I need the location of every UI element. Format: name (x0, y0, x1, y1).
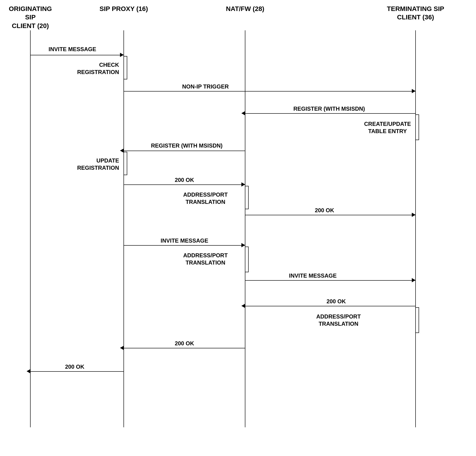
arrowhead-register2 (120, 148, 124, 153)
entity-sip-proxy: SIP PROXY (16) (96, 5, 152, 13)
bracket-update-reg (124, 152, 127, 175)
label-invite1: INVITE MESSAGE (40, 45, 105, 53)
label-200ok4: 200 OK (152, 340, 217, 347)
label-register2: REGISTER (WITH MSISDN) (126, 142, 247, 149)
arrowhead-register1 (241, 111, 245, 115)
arrow-register1 (245, 113, 416, 114)
lifeline-originating (30, 30, 31, 427)
arrow-200ok5 (30, 371, 124, 372)
label-check-reg: CHECKREGISTRATION (63, 61, 119, 76)
bracket-check-reg (124, 56, 127, 79)
arrowhead-invite1 (120, 53, 124, 57)
bracket-addr-port3 (416, 307, 419, 333)
label-update-reg: UPDATEREGISTRATION (63, 157, 119, 171)
arrowhead-200ok3 (241, 304, 245, 308)
label-invite2: INVITE MESSAGE (140, 237, 229, 244)
label-200ok2: 200 OK (292, 207, 357, 214)
arrowhead-200ok5 (27, 369, 30, 373)
arrow-200ok3 (245, 306, 416, 306)
label-200ok3: 200 OK (304, 298, 369, 305)
entity-terminating: TERMINATING SIPCLIENT (36) (383, 5, 448, 22)
label-non-ip: NON-IP TRIGGER (159, 83, 252, 90)
arrowhead-non-ip (412, 89, 416, 93)
lifeline-sip-proxy (124, 30, 124, 427)
label-200ok1: 200 OK (152, 176, 217, 183)
arrowhead-200ok4 (120, 346, 124, 350)
arrow-200ok1 (124, 184, 245, 185)
entity-nat-fw: NAT/FW (28) (217, 5, 273, 13)
label-addr-port3: ADDRESS/PORTTRANSLATION (297, 313, 381, 327)
label-addr-port2: ADDRESS/PORTTRANSLATION (163, 252, 247, 266)
label-register1: REGISTER (WITH MSISDN) (257, 105, 401, 112)
label-200ok5: 200 OK (42, 363, 107, 370)
arrow-register2 (124, 151, 245, 151)
arrowhead-invite2 (241, 243, 245, 247)
arrow-200ok4 (124, 348, 245, 348)
arrow-invite2 (124, 245, 245, 246)
arrowhead-invite3 (412, 278, 416, 282)
arrow-invite3 (245, 280, 416, 281)
arrow-invite1 (30, 55, 124, 55)
label-invite3: INVITE MESSAGE (268, 272, 357, 279)
arrow-non-ip (124, 91, 416, 92)
entity-originating: ORIGINATING SIPCLIENT (20) (5, 5, 56, 30)
label-addr-port1: ADDRESS/PORTTRANSLATION (163, 191, 247, 206)
sequence-diagram: ORIGINATING SIPCLIENT (20) SIP PROXY (16… (0, 0, 476, 456)
arrowhead-200ok1 (241, 182, 245, 187)
arrowhead-200ok2 (412, 213, 416, 217)
label-create-update: CREATE/UPDATETABLE ENTRY (357, 120, 418, 135)
arrow-200ok2 (245, 215, 416, 215)
